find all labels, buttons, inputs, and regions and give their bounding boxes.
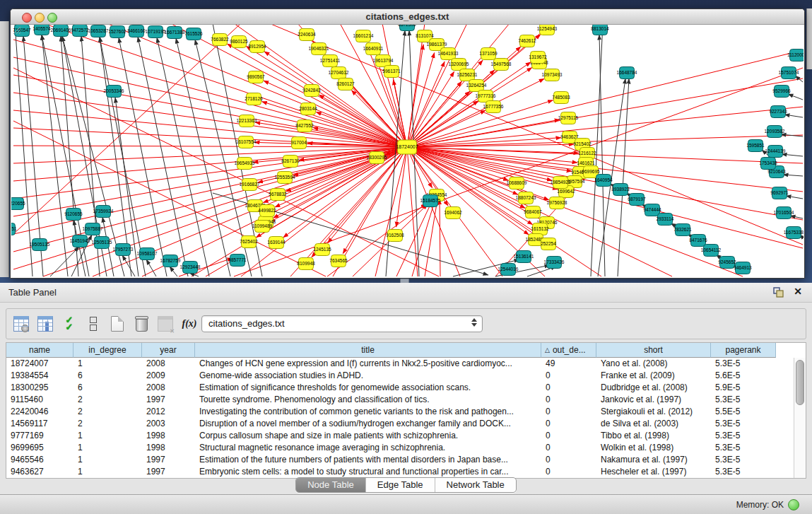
float-window-icon[interactable]	[773, 287, 784, 298]
table-cell[interactable]: 5.3E-5	[711, 454, 776, 466]
table-select-dropdown[interactable]: citations_edges.txt	[201, 315, 483, 332]
table-row[interactable]: 1872400712008Changes of HCN gene express…	[6, 358, 794, 370]
table-cell[interactable]: Changes of HCN gene expression and I(f) …	[195, 358, 541, 370]
table-cell[interactable]: 1	[73, 466, 142, 478]
table-cell[interactable]: 1998	[142, 430, 195, 442]
table-cell[interactable]: Embryonic stem cells: a model to study s…	[195, 466, 541, 478]
tab-node-table[interactable]: Node Table	[296, 478, 366, 492]
table-cell[interactable]: 2	[73, 418, 142, 430]
table-cell[interactable]: 0	[541, 370, 596, 382]
table-cell[interactable]: 0	[541, 442, 596, 454]
table-cell[interactable]: 5.3E-5	[711, 394, 776, 406]
table-cell[interactable]: Franke et al. (2009)	[596, 370, 711, 382]
tab-edge-table[interactable]: Edge Table	[366, 478, 435, 492]
table-cell[interactable]: Genome-wide association studies in ADHD.	[195, 370, 541, 382]
table-cell[interactable]: 2003	[142, 418, 195, 430]
table-cell[interactable]: 9777169	[6, 430, 73, 442]
table-cell[interactable]: Tibbo et al. (1998)	[596, 430, 711, 442]
column-header-in_degree[interactable]: in_degree	[73, 343, 142, 358]
table-cell[interactable]: 2	[73, 394, 142, 406]
table-cell[interactable]: 0	[541, 406, 596, 418]
vertical-scrollbar[interactable]	[794, 358, 806, 478]
table-row[interactable]: 977716911998Corpus callosum shape and si…	[6, 430, 794, 442]
resize-grip-icon[interactable]	[11, 25, 21, 35]
table-cell[interactable]: de Silva et al. (2003)	[596, 418, 711, 430]
table-cell[interactable]: Wolkin et al. (1998)	[596, 442, 711, 454]
tab-network-table[interactable]: Network Table	[435, 478, 516, 492]
column-header-year[interactable]: year	[142, 343, 195, 358]
table-cell[interactable]: 19384554	[6, 370, 73, 382]
column-header-title[interactable]: title	[195, 343, 541, 358]
table-cell[interactable]: 1	[73, 454, 142, 466]
table-cell[interactable]: 5.3E-5	[711, 466, 776, 478]
column-header-name[interactable]: name	[6, 343, 73, 358]
table-cell[interactable]: 5.3E-5	[711, 418, 776, 430]
table-cell[interactable]: 2008	[142, 358, 195, 370]
table-cell[interactable]: 0	[541, 394, 596, 406]
table-cell[interactable]: 9465546	[6, 454, 73, 466]
table-cell[interactable]: Yano et al. (2008)	[596, 358, 711, 370]
table-cell[interactable]: 1	[73, 358, 142, 370]
table-cell[interactable]: Dudbridge et al. (2008)	[596, 382, 711, 394]
table-row[interactable]: 1456911722003Disruption of a novel membe…	[6, 418, 794, 430]
table-cell[interactable]: Estimation of the future numbers of pati…	[195, 454, 541, 466]
table-row[interactable]: 911546021997Tourette syndrome. Phenomeno…	[6, 394, 794, 406]
table-cell[interactable]: 2008	[142, 382, 195, 394]
table-row[interactable]: 969969511998Structural magnetic resonanc…	[6, 442, 794, 454]
table-cell[interactable]: Investigating the contribution of common…	[195, 406, 541, 418]
table-cell[interactable]: 6	[73, 370, 142, 382]
network-view[interactable]: 9242843280314484275529170048267130125535…	[11, 25, 804, 277]
table-cell[interactable]: Structural magnetic resonance image aver…	[195, 442, 541, 454]
network-canvas[interactable]: 9242843280314484275529170048267130125535…	[11, 25, 804, 277]
table-cell[interactable]: Jankovic et al. (1997)	[596, 394, 711, 406]
table-cell[interactable]: Disruption of a novel member of a sodium…	[195, 418, 541, 430]
row-height-button[interactable]	[84, 315, 102, 333]
table-cell[interactable]: Tourette syndrome. Phenomenology and cla…	[195, 394, 541, 406]
table-cell[interactable]: Corpus callosum shape and size in male p…	[195, 430, 541, 442]
table-cell[interactable]: 2012	[142, 406, 195, 418]
table-cell[interactable]: 18724007	[6, 358, 73, 370]
table-cell[interactable]: 9115460	[6, 394, 73, 406]
column-header-short[interactable]: short	[596, 343, 711, 358]
function-builder-button[interactable]: f(x)	[180, 315, 199, 333]
table-row[interactable]: 1830029562008Estimation of significance …	[6, 382, 794, 394]
network-window[interactable]: citations_edges.txt 92428432803144842755…	[10, 8, 805, 279]
table-cell[interactable]: 18300295	[6, 382, 73, 394]
new-table-button[interactable]	[108, 315, 126, 333]
table-cell[interactable]: 49	[541, 358, 596, 370]
table-cell[interactable]: Nakamura et al. (1997)	[596, 454, 711, 466]
table-cell[interactable]: 5.6E-5	[711, 370, 776, 382]
table-cell[interactable]: 5.3E-5	[711, 442, 776, 454]
column-header-pagerank[interactable]: pagerank	[711, 343, 776, 358]
show-columns-button[interactable]	[36, 315, 54, 333]
table-cell[interactable]: 5.5E-5	[711, 406, 776, 418]
select-rows-button[interactable]: ✓✓	[60, 315, 78, 333]
table-cell[interactable]: 2009	[142, 370, 195, 382]
table-cell[interactable]: 1	[73, 430, 142, 442]
table-row[interactable]: 2242004622012Investigating the contribut…	[6, 406, 794, 418]
table-cell[interactable]: 5.3E-5	[711, 430, 776, 442]
table-cell[interactable]: 2	[73, 406, 142, 418]
close-panel-icon[interactable]: ✕	[794, 286, 802, 297]
table-cell[interactable]: 9463627	[6, 466, 73, 478]
table-row[interactable]: 946554611997Estimation of the future num…	[6, 454, 794, 466]
table-cell[interactable]: 1	[73, 442, 142, 454]
table-cell[interactable]: 0	[541, 430, 596, 442]
table-cell[interactable]: Hescheler et al. (1997)	[596, 466, 711, 478]
table-cell[interactable]: 1997	[142, 394, 195, 406]
table-cell[interactable]: 0	[541, 418, 596, 430]
table-cell[interactable]: Stergiakouli et al. (2012)	[596, 406, 711, 418]
table-row[interactable]: 946362711997Embryonic stem cells: a mode…	[6, 466, 794, 478]
table-cell[interactable]: 0	[541, 382, 596, 394]
table-cell[interactable]: 5.9E-5	[711, 382, 776, 394]
table-cell[interactable]: 6	[73, 382, 142, 394]
scrollbar-thumb[interactable]	[796, 360, 804, 405]
table-cell[interactable]: 1997	[142, 454, 195, 466]
table-cell[interactable]: Estimation of significance thresholds fo…	[195, 382, 541, 394]
table-cell[interactable]: 1998	[142, 442, 195, 454]
table-cell[interactable]: 5.3E-5	[711, 358, 776, 370]
table-settings-button[interactable]	[12, 315, 30, 333]
table-cell[interactable]: 14569117	[6, 418, 73, 430]
table-cell[interactable]: 0	[541, 454, 596, 466]
table-cell[interactable]: 0	[541, 466, 596, 478]
